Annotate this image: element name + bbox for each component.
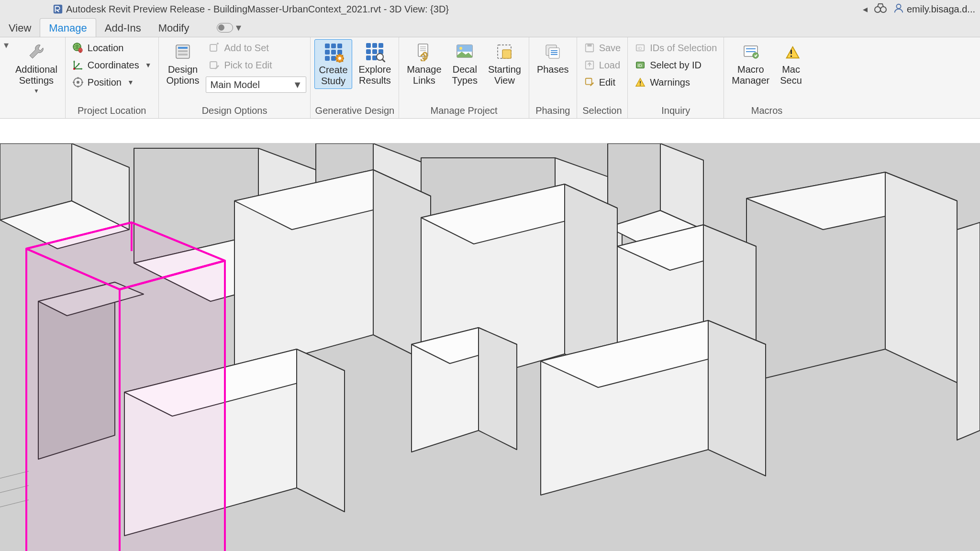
coordinates-button[interactable]: Coordinates ▼ bbox=[69, 57, 155, 73]
panel-manage-project: Manage Links Decal Types Starting View M… bbox=[399, 37, 529, 118]
save-sel-icon bbox=[584, 42, 595, 54]
target-icon bbox=[72, 77, 84, 88]
svg-rect-35 bbox=[457, 45, 472, 52]
3d-viewport[interactable] bbox=[0, 143, 980, 551]
svg-rect-10 bbox=[178, 50, 188, 52]
warnings-button[interactable]: Warnings bbox=[632, 75, 720, 90]
chevron-down-icon: ▾ bbox=[236, 22, 241, 34]
selection-save-button: Save bbox=[581, 40, 624, 55]
starting-view-label: Starting View bbox=[488, 64, 521, 86]
location-label: Location bbox=[88, 43, 124, 54]
svg-rect-12 bbox=[210, 44, 217, 51]
create-study-button[interactable]: Create Study bbox=[314, 39, 352, 89]
explore-results-label: Explore Results bbox=[359, 64, 391, 86]
macro-security-label: Mac Secu bbox=[780, 64, 802, 86]
svg-rect-17 bbox=[325, 50, 330, 55]
title-bar: Autodesk Revit Preview Release - Buildin… bbox=[0, 0, 980, 18]
explore-results-button[interactable]: Explore Results bbox=[355, 39, 395, 88]
revit-app-icon bbox=[53, 4, 63, 14]
panel-label-inquiry: Inquiry bbox=[632, 104, 720, 117]
location-button[interactable]: Location bbox=[69, 40, 155, 55]
svg-rect-25 bbox=[372, 43, 377, 48]
nav-back-icon[interactable]: ◂ bbox=[863, 3, 868, 15]
coordinates-label: Coordinates bbox=[88, 60, 139, 71]
position-button[interactable]: Position ▼ bbox=[69, 75, 155, 90]
svg-marker-92 bbox=[708, 320, 766, 476]
edit-sel-icon bbox=[584, 77, 595, 88]
warning-icon bbox=[635, 77, 646, 88]
user-name-label: emily.bisaga.d... bbox=[907, 4, 975, 15]
window-title: Autodesk Revit Preview Release - Buildin… bbox=[66, 4, 449, 15]
chevron-down-icon: ▼ bbox=[145, 61, 152, 69]
selection-edit-button[interactable]: Edit bbox=[581, 75, 624, 90]
selected-mass-box bbox=[26, 222, 225, 551]
chevron-down-icon: ▼ bbox=[33, 88, 39, 95]
panel-label-generative-design: Generative Design bbox=[314, 104, 395, 117]
grid-gear-icon bbox=[323, 42, 344, 63]
panel-label-manage-project: Manage Project bbox=[403, 104, 525, 117]
svg-point-23 bbox=[338, 57, 341, 60]
selection-load-label: Load bbox=[599, 60, 621, 71]
selection-load-button: Load bbox=[581, 57, 624, 73]
chevron-down-icon: ▼ bbox=[293, 79, 302, 90]
additional-settings-label: Additional Settings bbox=[15, 64, 57, 86]
svg-marker-86 bbox=[297, 349, 345, 512]
panel-leading: ▾ Additional Settings ▼ bbox=[0, 37, 66, 118]
tab-view[interactable]: View bbox=[0, 18, 40, 37]
toggle-switch-icon bbox=[217, 23, 233, 33]
panel-label-leading bbox=[4, 104, 61, 117]
tab-manage[interactable]: Manage bbox=[40, 18, 96, 37]
svg-rect-44 bbox=[585, 78, 591, 85]
design-options-button[interactable]: Design Options bbox=[163, 39, 203, 88]
phases-button[interactable]: Phases bbox=[533, 39, 573, 77]
user-account[interactable]: emily.bisaga.d... bbox=[893, 3, 975, 16]
macro-manager-button[interactable]: Macro Manager bbox=[728, 39, 773, 88]
add-to-set-button: Add to Set bbox=[206, 40, 306, 55]
svg-rect-50 bbox=[640, 85, 641, 86]
svg-rect-28 bbox=[372, 49, 377, 54]
ids-of-selection-button: ID IDs of Selection bbox=[632, 40, 720, 55]
panel-label-selection: Selection bbox=[581, 104, 624, 117]
tab-modify[interactable]: Modify bbox=[150, 18, 198, 37]
svg-text:ID: ID bbox=[638, 63, 643, 68]
warnings-label: Warnings bbox=[650, 77, 690, 88]
link-icon bbox=[413, 41, 434, 62]
panel-inquiry: ID IDs of Selection ID Select by ID Warn… bbox=[628, 37, 724, 118]
svg-point-1 bbox=[875, 7, 880, 12]
svg-marker-89 bbox=[479, 328, 517, 450]
svg-rect-16 bbox=[337, 44, 342, 48]
manage-links-button[interactable]: Manage Links bbox=[403, 39, 445, 88]
svg-text:ID: ID bbox=[638, 46, 643, 51]
svg-rect-11 bbox=[178, 54, 188, 55]
svg-marker-73 bbox=[885, 172, 957, 383]
image-icon bbox=[454, 41, 475, 62]
pick-to-edit-button: Pick to Edit bbox=[206, 57, 306, 73]
select-by-id-button[interactable]: ID Select by ID bbox=[632, 57, 720, 73]
binoculars-icon[interactable] bbox=[874, 3, 887, 16]
svg-rect-30 bbox=[366, 55, 371, 60]
svg-rect-24 bbox=[366, 43, 371, 48]
ids-icon: ID bbox=[635, 42, 646, 54]
panel-macros: Macro Manager Mac Secu Macros bbox=[724, 37, 810, 118]
design-option-selected-value: Main Model bbox=[210, 79, 259, 90]
tab-add-ins[interactable]: Add-Ins bbox=[96, 18, 150, 37]
globe-pin-icon bbox=[72, 42, 84, 54]
panel-project-location: Location Coordinates ▼ Position ▼ bbox=[66, 37, 159, 118]
pick-to-edit-label: Pick to Edit bbox=[224, 60, 272, 71]
decal-types-button[interactable]: Decal Types bbox=[448, 39, 481, 88]
svg-rect-42 bbox=[587, 44, 591, 47]
svg-rect-15 bbox=[331, 44, 336, 48]
svg-rect-53 bbox=[791, 50, 792, 54]
design-option-selector[interactable]: Main Model ▼ bbox=[206, 77, 306, 93]
additional-settings-button[interactable]: Additional Settings ▼ bbox=[11, 39, 61, 97]
ribbon-mode-toggle[interactable]: ▾ bbox=[217, 18, 241, 37]
select-by-id-label: Select by ID bbox=[650, 60, 702, 71]
starting-view-button[interactable]: Starting View bbox=[484, 39, 525, 88]
options-bar bbox=[0, 119, 980, 143]
svg-rect-18 bbox=[331, 50, 336, 55]
3d-model-canvas bbox=[0, 143, 980, 551]
panel-expand-arrow[interactable]: ▾ bbox=[4, 39, 9, 51]
ribbon: ▾ Additional Settings ▼ Location bbox=[0, 37, 980, 119]
macro-sec-icon bbox=[780, 41, 802, 62]
macro-security-button[interactable]: Mac Secu bbox=[776, 39, 806, 88]
